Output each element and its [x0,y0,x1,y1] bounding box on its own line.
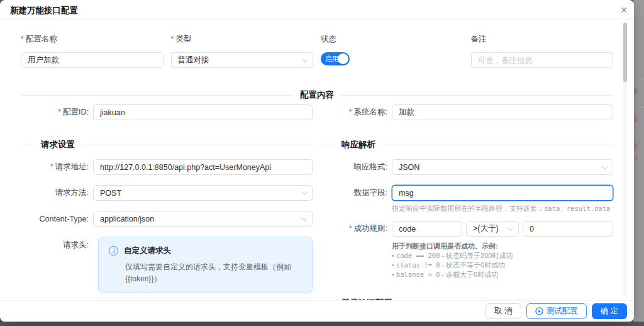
content-type-item: Content-Type: application/json [21,211,313,227]
background-delete-link-fragment: 除 [633,113,638,125]
section-title-request: 请求设置 [41,139,75,150]
type-select[interactable]: 普通对接 [171,52,314,68]
data-field-help: 指定响应中实际数据所在的字段路径，支持嵌套：data、result.data [392,204,613,213]
system-name-input[interactable] [392,104,613,120]
required-mark: * [58,108,61,116]
section-divider-response: 响应解析 [321,139,613,150]
system-name-item: *系统名称: [321,104,613,120]
remark-input[interactable] [471,52,614,68]
test-config-label: 测试配置 [547,306,578,317]
success-rule-example: •code == 200-状态码等于200时成功 [392,251,613,260]
cancel-button[interactable]: 取 消 [486,303,521,319]
dialog-body: *配置名称 *类型 普通对接 状态 启用 [0,20,634,300]
create-universal-api-config-dialog: 新建万能接口配置 ✕ *配置名称 *类型 普通对接 状态 [0,0,634,322]
status-label: 状态 [321,34,464,45]
request-url-item: *请求地址: [21,159,313,175]
background-chevron-fragment: < [634,154,638,162]
success-rule-compare-input[interactable] [523,221,613,237]
info-box-body: 仅填写需要自定义的请求头，支持变量模板（例如 {{token}}） [125,261,302,285]
success-rule-item: *成功规则: >(大于) 用于判断接口调用是否成功 [321,221,613,279]
confirm-button[interactable]: 确 定 [592,303,627,319]
success-rule-label: 成功规则: [354,224,387,233]
content-type-select[interactable]: application/json [93,211,313,227]
request-headers-label: 请求头: [21,237,93,250]
response-format-item: 响应格式: JSON [321,159,613,175]
required-mark: * [349,224,352,233]
type-label: 类型 [175,35,191,43]
required-mark: * [21,35,24,43]
required-mark: * [171,35,174,43]
chevron-down-icon [301,215,307,221]
background-delete-link-fragment: 除 [633,86,638,97]
request-headers-item: 请求头: i 自定义请求头 仅填写需要自定义的请求头，支持变量模板（例如 {{t… [21,237,313,293]
switch-knob [338,53,348,64]
dialog-footer: 取 消 测试配置 确 定 [0,300,634,322]
response-format-select[interactable]: JSON [392,159,613,175]
success-rule-help: 用于判断接口调用是否成功。示例: •code == 200-状态码等于200时成… [392,242,613,279]
remark-label: 备注 [471,34,614,45]
request-method-label: 请求方法: [21,188,93,198]
data-field-input[interactable] [392,185,613,201]
chevron-down-icon [508,225,513,231]
play-circle-icon [535,307,543,315]
system-name-label: 系统名称: [354,108,387,116]
request-method-item: 请求方法: POST [21,185,313,201]
test-config-button[interactable]: 测试配置 [526,303,587,319]
success-rule-operator-value: >(大于) [473,223,499,234]
success-rule-example: •balance > 0-余额大于0时成功 [392,270,613,279]
data-field-label: 数据字段: [321,188,392,198]
status-switch[interactable]: 启用 [321,52,350,65]
config-id-input[interactable] [93,104,313,120]
config-name-field-group: *配置名称 [21,34,164,68]
config-name-input[interactable] [21,52,164,68]
background-page-strip: 除 除 除 < [633,0,644,322]
data-field-item: 数据字段: 指定响应中实际数据所在的字段路径，支持嵌套：data、result.… [321,185,613,213]
section-title-content: 配置内容 [300,89,334,101]
dialog-title: 新建万能接口配置 [10,5,78,16]
background-delete-link-fragment: 除 [633,141,638,152]
info-box-title: 自定义请求头 [124,245,171,256]
type-field-group: *类型 普通对接 [171,34,314,68]
dialog-header: 新建万能接口配置 ✕ [0,0,634,20]
config-id-item: *配置ID: [21,104,313,120]
success-rule-field-input[interactable] [392,221,462,237]
section-title-response: 响应解析 [341,139,375,150]
content-type-label: Content-Type: [21,215,93,223]
chevron-down-icon [301,189,307,195]
form-columns: *配置ID: 请求设置 *请求地址: [0,101,634,300]
section-divider-request: 请求设置 [21,139,313,150]
response-format-label: 响应格式: [321,162,392,172]
screen: 除 除 除 < 新建万能接口配置 ✕ *配置名称 *类型 普通对接 [0,0,644,326]
type-select-value: 普通对接 [178,55,209,65]
required-mark: * [50,162,53,171]
status-switch-text: 启用 [325,55,338,64]
success-rule-operator-select[interactable]: >(大于) [466,221,519,237]
left-column: *配置ID: 请求设置 *请求地址: [21,104,313,300]
request-url-label: 请求地址: [55,162,89,171]
top-field-row: *配置名称 *类型 普通对接 状态 启用 [0,20,634,68]
chevron-down-icon [302,57,308,62]
response-format-value: JSON [399,163,419,172]
background-table-line [633,79,644,79]
right-column: *系统名称: 响应解析 响应格式: JSON [321,104,613,300]
request-method-select[interactable]: POST [93,185,313,201]
request-url-input[interactable] [93,159,313,175]
info-icon: i [109,246,118,256]
required-mark: * [349,108,352,116]
success-rule-example: •status != 0-状态不等于0时成功 [392,261,613,269]
section-divider-content: 配置内容 [21,89,613,101]
scrollbar-thumb[interactable] [623,23,627,82]
config-id-label: 配置ID: [63,108,89,116]
request-method-value: POST [100,189,121,198]
background-table-line [633,107,644,108]
close-icon[interactable]: ✕ [618,4,630,16]
config-name-label: 配置名称 [26,35,57,43]
remark-field-group: 备注 [471,34,614,68]
status-field-group: 状态 启用 [321,34,464,68]
background-table-line [633,135,644,135]
content-type-value: application/json [100,215,154,223]
custom-headers-info-box: i 自定义请求头 仅填写需要自定义的请求头，支持变量模板（例如 {{token}… [98,237,313,293]
chevron-down-icon [602,164,608,169]
